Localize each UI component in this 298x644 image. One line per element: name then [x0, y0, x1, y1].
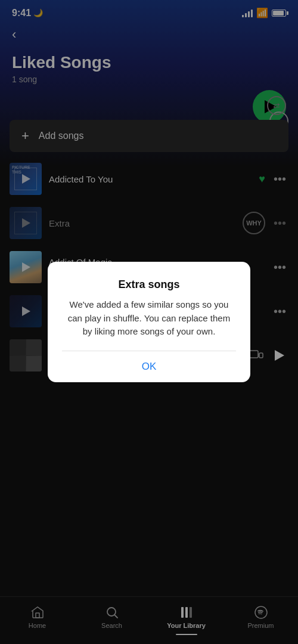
- modal-title: Extra songs: [62, 278, 236, 291]
- modal-ok-button[interactable]: OK: [62, 351, 236, 382]
- modal-body: We've added a few similar songs so you c…: [62, 298, 236, 339]
- modal-overlay: Extra songs We've added a few similar so…: [0, 0, 298, 644]
- extra-songs-modal: Extra songs We've added a few similar so…: [48, 262, 250, 382]
